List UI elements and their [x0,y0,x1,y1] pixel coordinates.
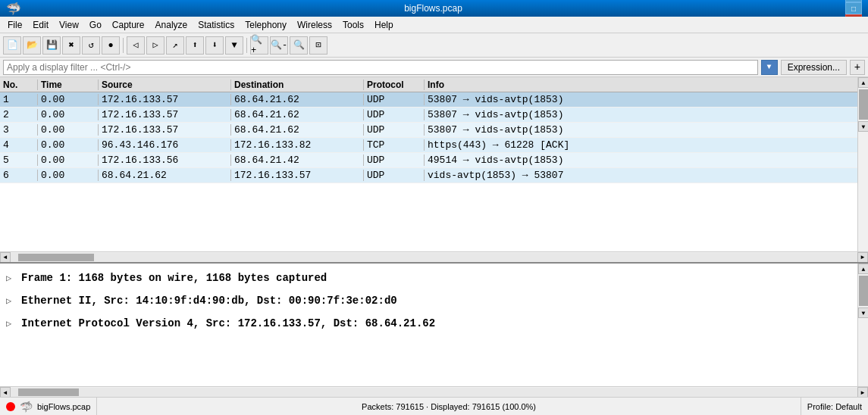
menu-item-tools[interactable]: Tools [338,18,368,32]
filter-bar: ▼ Expression... + [0,58,868,77]
cell-info: 53807 → vids-avtp(1853) [425,109,857,120]
status-bar: 🦈 bigFlows.pcap Packets: 791615 · Displa… [0,397,868,415]
col-header-no: No. [0,80,38,90]
title-bar-title: bigFlows.pcap [404,3,462,14]
cell-no: 6 [0,170,38,181]
col-header-protocol: Protocol [364,80,425,90]
toolbar-zoom-in-button[interactable]: 🔍+ [250,36,268,55]
filter-apply-button[interactable]: ▼ [761,60,778,75]
menu-item-edit[interactable]: Edit [28,18,53,32]
status-profile: Profile: Default [801,398,868,415]
detail-scroll-down[interactable]: ▼ [858,307,868,318]
detail-scroll-thumb[interactable] [859,276,868,306]
title-bar: 🦈 bigFlows.pcap − □ ✕ [0,0,868,17]
toolbar-capture-button[interactable]: ● [102,36,120,55]
cell-time: 0.00 [38,109,99,120]
packet-list: No. Time Source Destination Protocol Inf… [0,77,868,251]
cell-time: 0.00 [38,139,99,151]
menu-item-file[interactable]: File [3,18,27,32]
menu-item-go[interactable]: Go [85,18,106,32]
toolbar-save-button[interactable]: 💾 [42,36,61,55]
h-scroll-thumb[interactable] [18,254,94,261]
toolbar-reload-button[interactable]: ↺ [82,36,100,55]
cell-src: 96.43.146.176 [99,139,231,151]
cell-proto: UDP [364,94,425,105]
toolbar-back-button[interactable]: ◁ [127,36,145,55]
title-bar-logo: 🦈 [6,2,21,16]
h-scroll-left-arrow[interactable]: ◄ [0,252,11,263]
menu-item-wireless[interactable]: Wireless [293,18,337,32]
cell-src: 172.16.133.57 [99,109,231,120]
detail-h-scroll-thumb[interactable] [18,388,79,396]
toolbar-prev-button[interactable]: ⬆ [186,36,204,55]
menu-item-view[interactable]: View [55,18,83,32]
table-row[interactable]: 3 0.00 172.16.133.57 68.64.21.62 UDP 538… [0,123,868,138]
status-stats: Packets: 791615 · Displayed: 791615 (100… [97,402,801,411]
menu-item-statistics[interactable]: Statistics [193,18,239,32]
list-item[interactable]: ▷ Ethernet II, Src: 14:10:9f:d4:90:db, D… [6,289,862,312]
detail-h-scroll-track [11,388,857,397]
col-header-time: Time [38,80,99,90]
toolbar-open-button[interactable]: 📂 [23,36,41,55]
toolbar-new-button[interactable]: 📄 [3,36,21,55]
cell-info: 53807 → vids-avtp(1853) [425,124,857,136]
toolbar-zoom-100-button[interactable]: 🔍 [290,36,308,55]
packet-scrollbar[interactable]: ▲ ▼ [857,77,868,251]
cell-info: 49514 → vids-avtp(1853) [425,154,857,166]
cell-proto: TCP [364,139,425,151]
detail-text-2: Internet Protocol Version 4, Src: 172.16… [21,317,435,329]
menu-item-telephony[interactable]: Telephony [240,18,291,32]
toolbar-filter-button[interactable]: ▼ [225,36,243,55]
col-header-source: Source [99,80,231,90]
display-filter-input[interactable] [3,60,758,75]
scroll-up-arrow[interactable]: ▲ [858,77,868,88]
filter-add-button[interactable]: + [850,60,865,75]
maximize-button[interactable]: □ [845,2,862,14]
table-row[interactable]: 6 0.00 68.64.21.62 172.16.133.57 UDP vid… [0,168,868,183]
expression-button[interactable]: Expression... [781,60,847,75]
cell-no: 4 [0,139,38,151]
toolbar-next-button[interactable]: ⬇ [205,36,224,55]
h-scroll-right-arrow[interactable]: ► [857,252,868,263]
cell-no: 2 [0,109,38,120]
menu-item-analyze[interactable]: Analyze [151,18,193,32]
list-item[interactable]: ▷ Internet Protocol Version 4, Src: 172.… [6,312,862,335]
expand-icon-2: ▷ [6,318,18,329]
packet-list-h-scrollbar[interactable]: ◄ ► [0,251,868,262]
scroll-thumb[interactable] [859,89,868,120]
cell-no: 3 [0,124,38,136]
scroll-down-arrow[interactable]: ▼ [858,121,868,132]
detail-h-scrollbar[interactable]: ◄ ► [0,386,868,397]
cell-time: 0.00 [38,154,99,166]
detail-scrollbar[interactable]: ▲ ▼ [857,264,868,386]
cell-time: 0.00 [38,170,99,181]
list-item[interactable]: ▷ Frame 1: 1168 bytes on wire, 1168 byte… [6,267,862,289]
toolbar-zoom-fit-button[interactable]: ⊡ [309,36,327,55]
toolbar-sep-1 [123,38,124,53]
toolbar-zoom-out-button[interactable]: 🔍- [270,36,288,55]
table-row[interactable]: 4 0.00 96.43.146.176 172.16.133.82 TCP h… [0,138,868,153]
packet-detail: ▷ Frame 1: 1168 bytes on wire, 1168 byte… [0,262,868,386]
toolbar: 📄 📂 💾 ✖ ↺ ● ◁ ▷ ↗ ⬆ ⬇ ▼ 🔍+ 🔍- 🔍 ⊡ [0,33,868,58]
cell-src: 172.16.133.57 [99,94,231,105]
cell-dst: 68.64.21.42 [231,154,364,166]
cell-proto: UDP [364,124,425,136]
cell-no: 5 [0,154,38,166]
toolbar-close-button[interactable]: ✖ [62,36,80,55]
menu-item-help[interactable]: Help [370,18,398,32]
table-row[interactable]: 1 0.00 172.16.133.57 68.64.21.62 UDP 538… [0,92,868,108]
toolbar-goto-button[interactable]: ↗ [166,36,184,55]
detail-h-scroll-right[interactable]: ► [857,387,868,398]
table-row[interactable]: 5 0.00 172.16.133.56 68.64.21.42 UDP 495… [0,153,868,168]
cell-info: 53807 → vids-avtp(1853) [425,94,857,105]
capture-indicator [6,402,15,411]
toolbar-forward-button[interactable]: ▷ [146,36,165,55]
status-left: 🦈 bigFlows.pcap [0,398,97,415]
table-row[interactable]: 2 0.00 172.16.133.57 68.64.21.62 UDP 538… [0,108,868,123]
menu-item-capture[interactable]: Capture [108,18,149,32]
detail-text-1: Ethernet II, Src: 14:10:9f:d4:90:db, Dst… [21,295,397,307]
detail-scroll-up[interactable]: ▲ [858,264,868,274]
cell-dst: 172.16.133.82 [231,139,364,151]
cell-proto: UDP [364,170,425,181]
detail-h-scroll-left[interactable]: ◄ [0,387,11,398]
